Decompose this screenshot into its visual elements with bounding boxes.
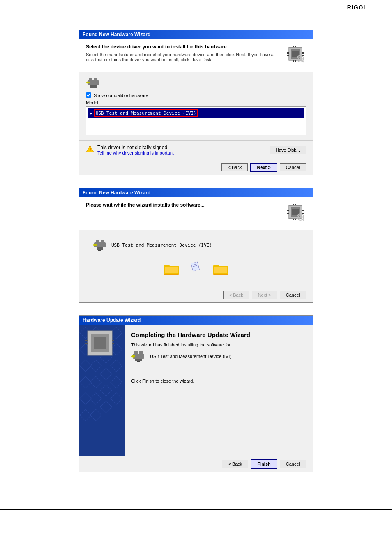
dialog2-top-section: Please wait while the wizard installs th… [79,197,313,230]
wizard3-right-content: Completing the Hardware Update Wizard Th… [125,325,313,456]
dialog2-next-button[interactable]: Next > [252,291,277,299]
svg-rect-21 [90,85,97,88]
svg-rect-98 [137,361,140,362]
flying-paper-icon [190,261,202,272]
svg-rect-45 [101,240,104,242]
show-compatible-checkbox[interactable] [86,92,91,98]
dialog1-content: Show compatible hardware Model ▶ USB Tes… [79,72,313,140]
warning-link[interactable]: Tell me why driver signing is important [97,150,174,155]
svg-text:!: ! [90,147,91,152]
dialog1-top-section: Select the device driver you want to ins… [79,39,313,72]
svg-rect-54 [191,262,200,271]
plug-icon-3 [131,351,146,362]
dialog3-back-button[interactable]: < Back [222,460,248,468]
model-list: ▶ USB Test and Measurement Device (IVI) [86,106,306,135]
dialog1-button-row: < Back Next > Cancel [79,159,313,175]
wizard3-device-row: USB Test and Measurement Device (IVI) [131,351,306,362]
svg-rect-53 [165,267,178,273]
dialog1-titlebar: Found New Hardware Wizard [79,30,313,39]
wizard3-device-name: USB Test and Measurement Device (IVI) [150,354,231,359]
dialog2-button-row: < Back Next > Cancel [79,288,313,302]
dialog3-titlebar: Hardware Update Wizard [79,316,313,325]
dialog2-content: USB Test and Measurement Device (IVI) [79,230,313,288]
svg-rect-44 [96,240,99,242]
dialog1-top-title: Select the device driver you want to ins… [86,44,281,50]
source-folder-icon [164,263,179,275]
page-header: RIGOL [0,0,392,13]
installing-device-name: USB Test and Measurement Device (IVI) [111,242,212,248]
show-compatible-label: Show compatible hardware [94,93,148,98]
wizard3-completion-title: Completing the Hardware Update Wizard [131,331,306,338]
model-arrow-icon: ▶ [90,111,92,116]
model-label: Model [86,100,306,105]
model-item[interactable]: ▶ USB Test and Measurement Device (IVI) [88,108,304,118]
dialog2-cancel-button[interactable]: Cancel [280,291,306,299]
dialog3-finish-button[interactable]: Finish [251,459,277,469]
warning-icon: ! [86,145,94,153]
dialog3-title: Hardware Update Wizard [83,317,141,323]
wizard3-left-panel [79,325,125,456]
wizard3-pattern [79,325,125,456]
svg-rect-47 [97,247,103,250]
svg-line-17 [302,61,304,62]
progress-area [86,255,306,283]
svg-rect-94 [134,351,138,354]
svg-rect-97 [135,359,142,361]
dialog1-top-desc: Select the manufacturer and model of you… [86,52,281,62]
svg-rect-2 [292,51,299,57]
svg-rect-19 [94,78,97,80]
hardware-icon-2 [286,202,305,222]
installing-device-row: USB Test and Measurement Device (IVI) [86,235,306,255]
show-compatible-row: Show compatible hardware [86,92,306,98]
svg-line-43 [302,219,304,221]
svg-rect-18 [89,78,92,80]
hardware-icon [286,44,305,64]
warning-row: ! This driver is not digitally signed! T… [79,140,313,159]
dialog3: Hardware Update Wizard [79,315,313,472]
dest-folder-icon [213,263,228,275]
svg-rect-95 [139,351,143,354]
svg-rect-87 [94,337,106,349]
dialog2-title: Found New Hardware Wizard [83,190,150,196]
dialog3-button-row: < Back Finish Cancel [79,456,313,472]
dialog1: Found New Hardware Wizard Select the dev… [79,30,313,175]
svg-rect-61 [214,267,227,273]
page-footer [0,509,392,516]
plug-icon-2 [92,239,107,251]
svg-rect-48 [98,250,101,251]
dialog3-cancel-button[interactable]: Cancel [280,460,306,468]
dialog3-body: Completing the Hardware Update Wizard Th… [79,325,313,456]
wizard3-finish-text: Click Finish to close the wizard. [131,379,306,383]
dialog1-title: Found New Hardware Wizard [83,32,150,37]
plug-icon-1 [86,77,101,88]
dialog2-top-title: Please wait while the wizard installs th… [86,202,281,208]
brand-title: RIGOL [347,4,367,11]
model-item-text: USB Test and Measurement Device (IVI) [94,109,198,117]
dialog2: Found New Hardware Wizard Please wait wh… [79,188,313,303]
dialog2-titlebar: Found New Hardware Wizard [79,188,313,197]
dialog2-back-button[interactable]: < Back [223,291,249,299]
dialog1-back-button[interactable]: < Back [221,163,248,171]
have-disk-button[interactable]: Have Disk... [270,146,306,154]
svg-rect-22 [92,88,95,88]
dialog1-next-button[interactable]: Next > [250,163,277,172]
dialog1-cancel-button[interactable]: Cancel [280,163,306,171]
svg-rect-28 [292,209,299,215]
warning-text: This driver is not digitally signed! [97,145,168,150]
wizard3-completion-desc: This wizard has finished installing the … [131,342,306,347]
